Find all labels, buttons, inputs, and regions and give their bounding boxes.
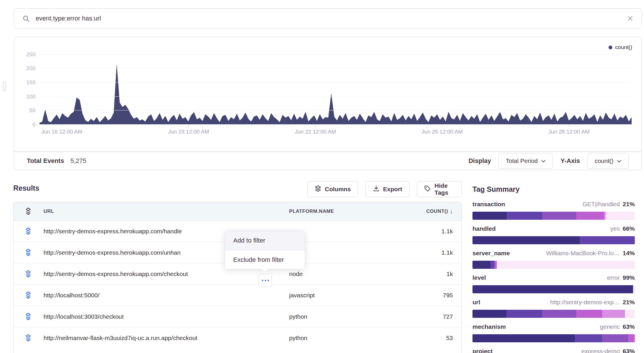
tag-top-value: Williams-MacBook-Pro.lo… <box>546 250 620 257</box>
tag-bar-segment[interactable] <box>575 334 602 342</box>
column-header-url[interactable]: URL <box>44 209 54 214</box>
stack-icon[interactable] <box>24 227 33 236</box>
count-cell[interactable]: 1.1k <box>441 228 453 235</box>
url-cell[interactable]: http://neilmanvar-flask-m3uuizd7iq-uc.a.… <box>44 335 283 341</box>
search-input[interactable]: event.type:error has:url <box>36 15 627 22</box>
tag-row-mechanism: mechanismgeneric63% <box>472 323 635 342</box>
table-row[interactable]: http://localhost:3003/checkoutpython727 <box>14 306 462 327</box>
export-button[interactable]: Export <box>366 181 410 197</box>
events-chart-panel: count() 050100150200250Jun 16 12:00 AMJu… <box>14 37 642 170</box>
export-icon <box>373 185 380 194</box>
tag-top-percent: 14% <box>623 250 635 257</box>
tag-bar-segment[interactable] <box>490 261 494 269</box>
tag-bar-segment[interactable] <box>602 334 628 342</box>
tag-bar-segment[interactable] <box>506 212 542 220</box>
column-header-count[interactable]: COUNT() ↓ <box>426 208 453 215</box>
platform-cell[interactable]: node <box>289 271 303 277</box>
tag-distribution-bar[interactable] <box>472 212 635 220</box>
legend-dot <box>609 46 612 49</box>
count-cell[interactable]: 795 <box>443 292 453 299</box>
tag-bar-segment[interactable] <box>580 236 635 244</box>
platform-cell[interactable]: python <box>289 313 307 320</box>
stack-icon[interactable] <box>24 312 33 321</box>
platform-cell[interactable]: javascript <box>289 292 315 299</box>
tag-bar-segment[interactable] <box>606 212 635 220</box>
tag-distribution-bar[interactable] <box>472 310 635 318</box>
total-events-label: Total Events <box>27 157 64 165</box>
tag-bar-segment[interactable] <box>472 236 580 244</box>
tag-top-percent: 21% <box>623 201 635 208</box>
x-axis-tick-label: Jun 28 12:00 AM <box>532 129 607 135</box>
tag-bar-segment[interactable] <box>472 285 633 293</box>
tag-name: level <box>472 274 486 281</box>
url-cell[interactable]: http://localhost:3003/checkout <box>44 313 283 320</box>
tag-bar-segment[interactable] <box>628 334 635 342</box>
tag-bar-segment[interactable] <box>472 310 506 318</box>
tag-bar-segment[interactable] <box>472 334 575 342</box>
gridline <box>39 54 632 55</box>
results-title: Results <box>13 184 39 192</box>
count-cell[interactable]: 1k <box>447 271 453 277</box>
x-axis-tick-label: Jun 19 12:00 AM <box>151 129 226 135</box>
table-row[interactable]: http://neilmanvar-flask-m3uuizd7iq-uc.a.… <box>14 327 462 349</box>
tag-bar-segment[interactable] <box>497 261 635 269</box>
count-cell[interactable]: 727 <box>443 313 453 320</box>
columns-button[interactable]: Columns <box>307 181 358 197</box>
search-bar[interactable]: event.type:error has:url <box>14 8 642 29</box>
count-cell[interactable]: 1.1k <box>441 249 453 256</box>
tag-bar-segment[interactable] <box>625 310 635 318</box>
platform-cell[interactable]: python <box>289 335 307 341</box>
tag-bar-segment[interactable] <box>506 310 542 318</box>
chart-plot[interactable]: 050100150200250Jun 16 12:00 AMJun 19 12:… <box>39 52 632 125</box>
close-icon[interactable] <box>627 15 633 22</box>
tag-top-percent: 66% <box>623 225 635 232</box>
tag-name: mechanism <box>472 323 506 330</box>
tag-name: transaction <box>472 201 505 208</box>
tag-distribution-bar[interactable] <box>472 334 635 342</box>
tag-bar-segment[interactable] <box>472 261 490 269</box>
tag-bar-segment[interactable] <box>542 310 576 318</box>
cell-actions-button[interactable] <box>259 274 272 287</box>
count-cell[interactable]: 53 <box>446 335 453 341</box>
menu-item-add-to-filter[interactable]: Add to filter <box>225 231 305 250</box>
tag-top-value: yes <box>610 225 620 232</box>
tag-bar-segment[interactable] <box>576 310 602 318</box>
chart-legend[interactable]: count() <box>609 44 632 50</box>
tag-row-handled: handledyes66% <box>472 225 635 244</box>
tag-row-level: levelerror99% <box>472 274 635 293</box>
chevron-down-icon <box>617 160 622 163</box>
table-row[interactable]: http://localhost:5000/javascript795 <box>14 285 462 306</box>
tag-bar-segment[interactable] <box>472 212 506 220</box>
tag-row-project: projectexpress-demo63% <box>472 348 635 353</box>
tag-bar-segment[interactable] <box>602 310 625 318</box>
sidebar-collapse-handle[interactable] <box>3 81 6 91</box>
tag-bar-segment[interactable] <box>576 212 604 220</box>
y-axis-tick-label: 250 <box>18 52 35 57</box>
chevron-down-icon <box>541 160 546 163</box>
url-cell[interactable]: http://sentry-demos-express.herokuapp.co… <box>44 271 283 277</box>
stack-icon[interactable] <box>24 270 33 278</box>
x-axis-tick <box>569 125 569 127</box>
tag-bar-segment[interactable] <box>633 285 635 293</box>
column-header-platform[interactable]: PLATFORM.NAME <box>289 209 334 214</box>
results-table: URL PLATFORM.NAME COUNT() ↓ http://sentr… <box>13 202 462 353</box>
sort-desc-icon: ↓ <box>450 208 453 215</box>
ellipsis-icon <box>262 280 263 281</box>
tag-bar-segment[interactable] <box>542 212 576 220</box>
stack-icon[interactable] <box>24 291 33 300</box>
hide-tags-button[interactable]: Hide Tags <box>417 181 462 197</box>
tag-bar-segment[interactable] <box>494 261 497 269</box>
stack-icon[interactable] <box>24 248 33 257</box>
tag-row-server_name: server_nameWilliams-MacBook-Pro.lo…14% <box>472 250 635 269</box>
stack-icon[interactable] <box>24 334 33 342</box>
yaxis-label: Y-Axis <box>560 157 580 165</box>
tag-distribution-bar[interactable] <box>472 261 635 269</box>
area-chart-canvas[interactable] <box>39 52 632 125</box>
stack-icon[interactable] <box>24 207 33 216</box>
yaxis-dropdown[interactable]: count() <box>587 153 629 169</box>
tag-distribution-bar[interactable] <box>472 285 635 293</box>
url-cell[interactable]: http://localhost:5000/ <box>44 292 283 299</box>
display-dropdown[interactable]: Total Period <box>498 153 553 169</box>
tag-row-url: urlhttp://sentry-demos-exp…21% <box>472 299 635 318</box>
tag-distribution-bar[interactable] <box>472 236 635 244</box>
